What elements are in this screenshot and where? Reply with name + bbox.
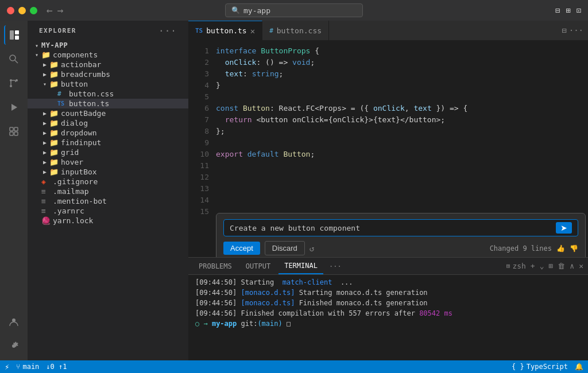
tree-item-yarnrc[interactable]: ▶ ≡ .yarnrc — [28, 206, 188, 216]
ai-input-row: ➤ — [223, 219, 578, 236]
editor-layout-icon[interactable]: ⊞ — [566, 6, 570, 15]
tree-item-countbadge[interactable]: ▶ 📁 countBadge — [28, 108, 188, 118]
notifications-button[interactable]: 🔔 — [575, 363, 583, 371]
more-actions-button[interactable]: ··· — [569, 26, 583, 35]
svg-rect-1 — [15, 30, 19, 34]
sync-indicator[interactable]: ↓0 ↑1 — [46, 363, 67, 371]
tab-output[interactable]: OUTPUT — [240, 258, 276, 274]
typescript-text: TypeScript — [527, 363, 568, 371]
folder-icon: 📁 — [49, 60, 59, 69]
tree-item-components[interactable]: ▾ 📁 components — [28, 50, 188, 60]
customize-layout-icon[interactable]: ⊡ — [577, 6, 581, 15]
branch-name: main — [22, 363, 39, 371]
back-arrow[interactable]: ← — [47, 5, 53, 15]
tree-item-dialog[interactable]: ▶ 📁 dialog — [28, 118, 188, 128]
titlebar: ← → 🔍 my-app ⊟ ⊞ ⊡ — [0, 0, 588, 21]
tree-item-actionbar[interactable]: ▶ 📁 actionbar — [28, 60, 188, 69]
tree-root[interactable]: ▾ MY-APP — [28, 41, 188, 50]
tree-item-button-ts[interactable]: ▶ TS button.ts — [28, 99, 188, 108]
terminal-line: [09:44:50] [monaco.d.ts] Starting monaco… — [195, 287, 581, 298]
sidebar-item-source-control[interactable] — [4, 73, 24, 93]
tab-button-ts[interactable]: TS button.ts ✕ — [188, 21, 262, 40]
search-bar[interactable]: 🔍 my-app — [225, 3, 363, 17]
split-terminal-button[interactable]: ⊞ — [549, 262, 554, 270]
panel-chevron-up[interactable]: ∧ — [570, 262, 574, 270]
terminal-chevron[interactable]: ⌄ — [540, 262, 544, 270]
tree-item-button-css[interactable]: ▶ # button.css — [28, 89, 188, 99]
tab-button-css[interactable]: # button.css — [262, 21, 329, 40]
terminal-line: [09:44:56] [monaco.d.ts] Finished monaco… — [195, 298, 581, 308]
folder-icon: 📁 — [49, 109, 59, 118]
sidebar-more-icon[interactable]: ··· — [158, 25, 177, 36]
svg-point-5 — [10, 79, 12, 81]
svg-line-4 — [15, 60, 18, 63]
tree-item-mailmap[interactable]: ▶ ≡ .mailmap — [28, 187, 188, 196]
tab-label-button-css: button.css — [277, 26, 322, 35]
navigation-arrows: ← → — [47, 5, 64, 15]
trash-icon[interactable]: 🗑 — [558, 262, 565, 270]
editor-area: TS button.ts ✕ # button.css ⊟ ··· 12345 … — [188, 21, 588, 360]
tree-item-hover[interactable]: ▶ 📁 hover — [28, 157, 188, 167]
typescript-indicator[interactable]: { } TypeScript — [512, 363, 568, 371]
ai-refresh-button[interactable]: ↺ — [310, 244, 314, 253]
tree-item-mention-bot[interactable]: ▶ ≡ .mention-bot — [28, 196, 188, 206]
panel-close-button[interactable]: ✕ — [579, 262, 583, 270]
tree-item-findinput[interactable]: ▶ 📁 findinput — [28, 138, 188, 147]
svg-rect-2 — [15, 36, 19, 40]
split-editor-icon[interactable]: ⊟ — [555, 6, 560, 15]
forward-arrow[interactable]: → — [57, 5, 64, 15]
shell-label: zsh — [512, 262, 525, 270]
tab-problems[interactable]: PROBLEMS — [193, 258, 238, 274]
maximize-button[interactable] — [30, 7, 37, 14]
folder-icon: 📁 — [49, 168, 59, 176]
account-icon[interactable] — [4, 312, 24, 332]
ai-changed-status: Changed 9 lines 👍 👎 — [490, 244, 578, 252]
yarn-icon: 🧶 — [41, 216, 51, 225]
file-icon: ≡ — [41, 187, 51, 196]
ts-tab-icon: TS — [195, 27, 203, 34]
settings-icon[interactable] — [4, 336, 24, 356]
branch-indicator[interactable]: ⑂ main — [16, 363, 39, 371]
thumbs-down-icon[interactable]: 👎 — [570, 244, 578, 252]
sidebar-item-search[interactable] — [4, 49, 24, 69]
svg-marker-8 — [11, 104, 17, 111]
tab-terminal[interactable]: TERMINAL — [278, 258, 323, 274]
thumbs-up-icon[interactable]: 👍 — [556, 244, 565, 252]
svg-point-7 — [10, 85, 12, 87]
sidebar-item-extensions[interactable] — [4, 122, 24, 141]
git-icon: ◈ — [41, 177, 51, 186]
folder-icon: 📁 — [49, 158, 59, 166]
folder-icon: 📁 — [49, 70, 59, 79]
new-terminal-button[interactable]: + — [531, 262, 535, 270]
split-editor-button[interactable]: ⊟ — [562, 26, 566, 35]
status-left: ⚡ ⑂ main ↓0 ↑1 — [5, 362, 67, 371]
tree-item-grid[interactable]: ▶ 📁 grid — [28, 147, 188, 157]
status-right: { } TypeScript 🔔 — [512, 363, 583, 371]
tab-label-button-ts: button.ts — [206, 26, 246, 35]
tree-item-button-folder[interactable]: ▾ 📁 button — [28, 79, 188, 89]
folder-icon: 📁 — [49, 129, 59, 137]
tab-close-button[interactable]: ✕ — [250, 27, 255, 35]
sidebar-item-run[interactable] — [4, 98, 24, 117]
folder-icon: 📁 — [49, 148, 59, 157]
tree-item-yarn-lock[interactable]: ▶ 🧶 yarn.lock — [28, 216, 188, 226]
ai-submit-button[interactable]: ➤ — [556, 222, 572, 234]
tree-item-gitignore[interactable]: ▶ ◈ .gitignore — [28, 177, 188, 187]
css-tab-icon: # — [269, 27, 273, 34]
file-icon: ≡ — [41, 207, 51, 215]
ai-prompt-input[interactable] — [230, 224, 551, 232]
search-text: my-app — [243, 6, 270, 15]
svg-rect-0 — [10, 30, 14, 40]
minimize-button[interactable] — [18, 7, 26, 14]
remote-indicator[interactable]: ⚡ — [5, 362, 9, 371]
sidebar-item-explorer[interactable] — [4, 25, 24, 45]
main-layout: Explorer ··· ▾ MY-APP ▾ 📁 components ▶ 📁… — [0, 21, 588, 360]
ai-discard-button[interactable]: Discard — [265, 241, 305, 255]
tree-item-dropdown[interactable]: ▶ 📁 dropdown — [28, 128, 188, 138]
ai-accept-button[interactable]: Accept — [223, 242, 260, 255]
tree-item-inputbox[interactable]: ▶ 📁 inputBox — [28, 167, 188, 177]
tree-item-breadcrumbs[interactable]: ▶ 📁 breadcrumbs — [28, 69, 188, 79]
terminal-content[interactable]: [09:44:50] Starting match-client ... [09… — [188, 275, 588, 360]
tab-more[interactable]: ··· — [326, 258, 345, 274]
close-button[interactable] — [7, 7, 14, 14]
